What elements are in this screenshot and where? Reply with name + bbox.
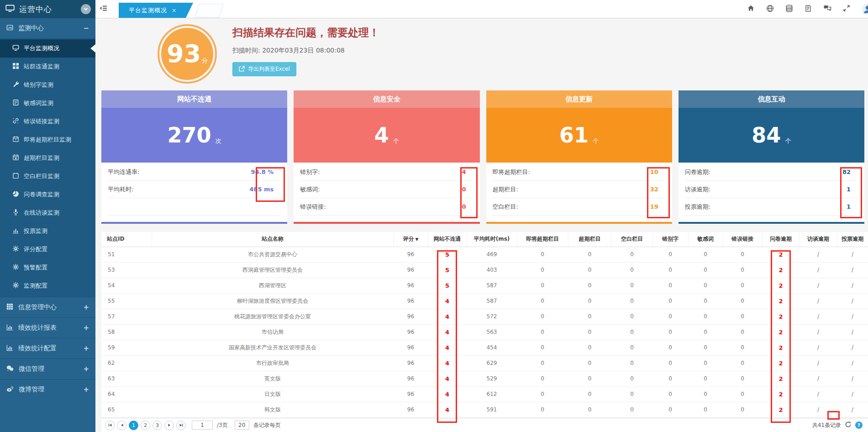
table-row[interactable]: 59国家高新技术产业开发区管理委员会9644540000002// — [101, 340, 868, 355]
expand-plus-icon[interactable]: + — [83, 385, 89, 394]
sidebar-item-typo-monitor[interactable]: 错别字监测 — [0, 76, 95, 94]
table-row[interactable]: 55柳叶湖旅游度假区管理委员会9645870000002// — [101, 293, 868, 309]
cell: 96 — [394, 278, 428, 293]
sidebar-item-vote-monitor[interactable]: 投票监测 — [0, 222, 95, 240]
cell: 0 — [688, 293, 723, 309]
page-button-1[interactable]: 1 — [129, 421, 138, 430]
cell: 0 — [517, 386, 568, 402]
table-row[interactable]: 54西湖管理区9655870000002// — [101, 278, 868, 293]
help-icon[interactable]: ? — [855, 421, 863, 429]
prev-page-button[interactable] — [117, 421, 126, 430]
card-value-area: 61 个 — [486, 108, 672, 163]
header-typos[interactable]: 错别字 — [652, 232, 688, 247]
header-interview-overdue[interactable]: 访谈逾期 — [800, 232, 837, 247]
header-avg-time[interactable]: 平均耗时(ms) — [467, 232, 517, 247]
header-blank[interactable]: 空白栏目 — [611, 232, 652, 247]
table-row[interactable]: 51市公共资源交易中心9654690000002// — [101, 247, 868, 262]
chat-icon[interactable] — [823, 5, 831, 14]
sidebar-group-performance-reports-title[interactable]: 绩效统计报表 + — [0, 318, 95, 338]
book-icon[interactable] — [805, 5, 812, 14]
refresh-icon[interactable] — [845, 421, 852, 429]
ghost-tab — [195, 4, 224, 18]
header-site-id[interactable]: 站点ID — [101, 232, 152, 247]
expand-plus-icon[interactable]: + — [83, 324, 89, 332]
cell: / — [800, 324, 837, 340]
collapse-minus-icon[interactable]: − — [83, 24, 89, 32]
cell: 5 — [428, 278, 467, 293]
cell: 62 — [101, 355, 152, 371]
page-button-3[interactable]: 3 — [153, 421, 162, 430]
expand-plus-icon[interactable]: + — [83, 303, 89, 311]
header-sensitive[interactable]: 敏感词 — [688, 232, 723, 247]
cell: 2 — [762, 340, 800, 355]
sidebar-group-info-management-title[interactable]: 信息管理中心 + — [0, 297, 95, 317]
next-page-button[interactable] — [164, 421, 174, 430]
table-row[interactable]: 58市信访局9645630000002// — [101, 324, 868, 340]
table-row[interactable]: 65韩文版9645910000002// — [101, 402, 868, 417]
sidebar-group-monitor-center-title[interactable]: 监测中心 − — [0, 18, 95, 38]
sidebar-item-broken-links[interactable]: 错误链接监测 — [0, 112, 95, 131]
sidebar-item-survey-monitor[interactable]: 问卷调查监测 — [0, 185, 95, 204]
sidebar-group-wechat-title[interactable]: 微信管理 + — [0, 359, 95, 379]
header-site-name[interactable]: 站点名称 — [152, 232, 394, 247]
table-row[interactable]: 62市行政审批局9646290000002// — [101, 355, 868, 371]
sidebar-item-expiring-columns[interactable]: 即将超期栏目监测 — [0, 131, 95, 149]
sidebar: 运营中心 监测中心 − 平台监测概况 — [0, 0, 95, 432]
cell: 0 — [611, 247, 652, 262]
sidebar-item-interview-monitor[interactable]: 在线访谈监测 — [0, 204, 95, 222]
score-circle: 93 分 — [161, 28, 213, 80]
globe-icon[interactable] — [766, 5, 774, 14]
sidebar-item-score-config[interactable]: 评分配置 — [0, 240, 95, 258]
sidebar-group-performance-config-title[interactable]: 绩效统计配置 + — [0, 338, 95, 358]
cell: 韩文版 — [152, 402, 394, 417]
header-broken-links[interactable]: 错误链接 — [723, 232, 762, 247]
home-icon[interactable] — [747, 5, 755, 14]
sidebar-item-platform-overview[interactable]: 平台监测概况 — [0, 39, 95, 58]
header-score[interactable]: 评分▼ — [394, 232, 428, 247]
cell: 0 — [568, 293, 611, 309]
header-expired[interactable]: 超期栏目 — [568, 232, 611, 247]
calendar-x-icon — [12, 154, 19, 162]
avatar[interactable] — [862, 3, 868, 15]
table-row[interactable]: 63英文版9645290000002// — [101, 371, 868, 386]
chevron-down-circle-icon[interactable] — [81, 4, 91, 14]
table-row[interactable]: 53西洞庭管理区管理委员会9654030000002// — [101, 262, 868, 278]
cell: 0 — [688, 340, 723, 355]
database-icon[interactable] — [785, 5, 793, 14]
page-size-input[interactable] — [235, 421, 249, 430]
header-survey-overdue[interactable]: 问卷逾期 — [762, 232, 800, 247]
sidebar-toggle-icon[interactable] — [100, 5, 108, 14]
card-info-security[interactable]: 信息安全 4 个 错别字:4 敏感词:0 错误链接:0 — [294, 90, 479, 226]
header-vote-overdue[interactable]: 投票逾期 — [837, 232, 868, 247]
first-page-button[interactable] — [105, 421, 115, 430]
sidebar-item-site-connectivity[interactable]: 站群连通监测 — [0, 58, 95, 76]
sidebar-item-sensitive-words[interactable]: 敏感词监测 — [0, 94, 95, 112]
card-info-interaction[interactable]: 信息互动 84 个 问卷逾期:82 访谈逾期:1 投票逾期:1 — [679, 90, 864, 226]
header-expiring[interactable]: 即将超期栏目 — [517, 232, 568, 247]
expand-plus-icon[interactable]: + — [83, 365, 89, 373]
page-button-2[interactable]: 2 — [141, 421, 150, 430]
stat-row: 平均连通率:94.8 % — [108, 163, 281, 181]
expand-icon[interactable] — [843, 5, 850, 14]
cell: 96 — [394, 309, 428, 324]
header-unreachable[interactable]: 网站不连通 — [428, 232, 467, 247]
sidebar-item-alert-config[interactable]: 预警配置 — [0, 258, 95, 277]
cell: 0 — [652, 262, 688, 278]
page-number-input[interactable] — [192, 421, 213, 430]
card-website-unreachable[interactable]: 网站不连通 270 次 平均连通率:94.8 % 平均耗时:485 ms — [101, 90, 287, 226]
cell: 0 — [652, 355, 688, 371]
card-info-update[interactable]: 信息更新 61 个 即将超期栏目:10 超期栏目:32 空白栏目:19 — [486, 90, 672, 226]
cell: 西洞庭管理区管理委员会 — [152, 262, 394, 278]
table-row[interactable]: 64日文版9646120000002// — [101, 386, 868, 402]
sidebar-item-blank-columns[interactable]: 空白栏目监测 — [0, 167, 95, 185]
expand-plus-icon[interactable]: + — [83, 344, 89, 353]
close-icon[interactable]: × — [172, 7, 177, 14]
tab-platform-overview[interactable]: 平台监测概况 × — [119, 3, 193, 18]
sidebar-group-weibo-title[interactable]: 微博管理 + — [0, 379, 95, 400]
last-page-button[interactable] — [176, 421, 186, 430]
sidebar-item-expired-columns[interactable]: 超期栏目监测 — [0, 149, 95, 167]
table-row[interactable]: 57桃花源旅游管理区管委会办公室9645720000002// — [101, 309, 868, 324]
export-excel-button[interactable]: 导出列表至Excel — [232, 62, 296, 76]
table-header-row: 站点ID 站点名称 评分▼ 网站不连通 平均耗时(ms) 即将超期栏目 超期栏目… — [101, 232, 868, 247]
sidebar-item-monitor-config[interactable]: 监测配置 — [0, 277, 95, 295]
